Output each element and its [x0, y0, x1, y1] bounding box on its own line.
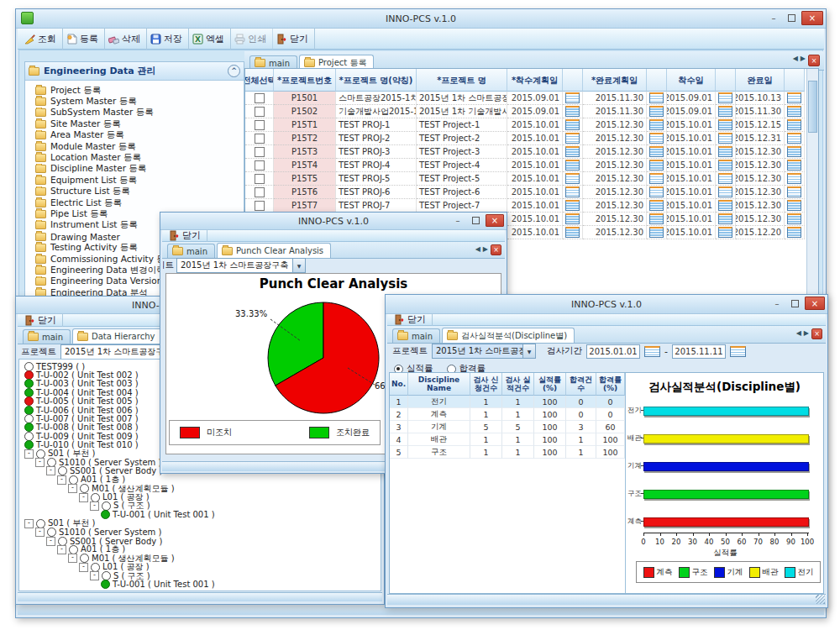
calendar-icon[interactable]	[649, 146, 664, 157]
close-view-button[interactable]: 닫기	[21, 313, 63, 327]
row-checkbox[interactable]	[255, 147, 265, 157]
calendar-icon[interactable]	[787, 160, 801, 171]
period-to-field[interactable]: 2015.11.11	[672, 344, 726, 359]
expand-icon[interactable]: -	[35, 528, 45, 537]
tab-Punch Clear Analysis[interactable]: Punch Clear Analysis	[217, 243, 331, 258]
column-header[interactable]: Discipline Name	[408, 373, 470, 396]
table-row[interactable]: P15T4TEST PROJ-4TEST Project-42015.10.01…	[245, 159, 818, 172]
calendar-icon[interactable]	[649, 200, 664, 211]
tree-item[interactable]: -S ( 구조 )	[19, 571, 381, 580]
sidebar-item[interactable]: Site Master 등록	[35, 118, 244, 129]
expand-icon[interactable]: -	[24, 519, 34, 528]
calendar-icon[interactable]	[718, 106, 732, 117]
expand-icon[interactable]: -	[90, 571, 99, 580]
column-header[interactable]: 완료일	[736, 69, 785, 92]
sidebar-item[interactable]: Electric List 등록	[35, 197, 244, 208]
tab-close-icon[interactable]: ×	[808, 55, 820, 66]
tab-close-icon[interactable]: ×	[811, 328, 822, 339]
table-row[interactable]: P15T6TEST PROJ-6TEST Project-62015.10.01…	[245, 186, 818, 199]
maximize-icon[interactable]	[787, 297, 802, 309]
sidebar-item[interactable]: Equipment List 등록	[35, 175, 244, 186]
column-header[interactable]: 전체선택	[245, 69, 274, 92]
collapse-icon[interactable]: ^	[228, 65, 240, 77]
column-header[interactable]	[563, 69, 583, 92]
calendar-icon[interactable]	[787, 146, 801, 157]
sidebar-item[interactable]: Module Master 등록	[35, 141, 244, 152]
calendar-icon[interactable]	[718, 186, 732, 197]
calendar-icon[interactable]	[718, 173, 732, 184]
sidebar-item[interactable]: Project 등록	[35, 85, 244, 96]
calendar-icon[interactable]	[787, 119, 801, 130]
calendar-icon[interactable]	[565, 106, 580, 117]
sidebar-item[interactable]: Structure List 등록	[35, 186, 244, 197]
tree-item[interactable]: T-U-001 ( Unit Test 001 )	[19, 580, 381, 589]
calendar-icon[interactable]	[718, 200, 732, 211]
column-header[interactable]: *프로젝트번호	[274, 69, 336, 92]
calendar-icon[interactable]	[644, 346, 660, 357]
calendar-icon[interactable]	[565, 227, 580, 238]
calendar-icon[interactable]	[565, 119, 580, 130]
calendar-icon[interactable]	[565, 200, 580, 211]
resize-grip-icon[interactable]	[816, 595, 825, 604]
table-row[interactable]: P15T1TEST PROJ-1TEST Project-12015.10.01…	[245, 118, 818, 132]
calendar-icon[interactable]	[787, 133, 801, 144]
calendar-icon[interactable]	[649, 106, 664, 117]
calendar-icon[interactable]	[565, 213, 580, 224]
project-combobox[interactable]: 2015년 1차 스마트공장구축 ▼	[432, 344, 536, 359]
calendar-icon[interactable]	[718, 146, 732, 157]
calendar-icon[interactable]	[649, 213, 664, 224]
calendar-icon[interactable]	[787, 186, 801, 197]
toolbar-button-저장[interactable]: 저장	[147, 28, 189, 50]
calendar-icon[interactable]	[787, 213, 801, 224]
sidebar-item[interactable]: System Master 등록	[35, 96, 244, 107]
toolbar-button-닫기[interactable]: 닫기	[273, 28, 315, 50]
calendar-icon[interactable]	[787, 200, 801, 211]
toolbar-button-삭제[interactable]: 삭제	[105, 28, 147, 50]
expand-icon[interactable]: -	[46, 537, 55, 546]
tab-prev-icon[interactable]: ◀	[475, 245, 480, 253]
tab-next-icon[interactable]: ▶	[801, 55, 806, 62]
column-header[interactable]: *프로젝트 명(약칭)	[336, 69, 417, 92]
expand-icon[interactable]: -	[68, 554, 77, 563]
tree-item[interactable]: -S ( 구조 )	[19, 501, 381, 510]
expand-icon[interactable]: -	[90, 501, 99, 511]
maximize-icon[interactable]	[468, 215, 483, 227]
analysis-titlebar[interactable]: INNO-PCS v.1.0 – ×	[386, 295, 827, 314]
punch-titlebar[interactable]: INNO-PCS v.1.0 – ×	[160, 213, 507, 230]
calendar-icon[interactable]	[649, 119, 664, 130]
tree-item[interactable]: -SS001 ( Server Body )	[19, 537, 381, 545]
table-row[interactable]: P15T5TEST PROJ-5TEST Project-52015.10.01…	[245, 172, 818, 186]
calendar-icon[interactable]	[718, 133, 732, 144]
period-from-field[interactable]: 2015.01.01	[586, 344, 640, 359]
tree-item[interactable]: -A01 ( 1층 )	[19, 475, 381, 484]
table-row[interactable]: P1501스마트공장2015-1차2015년 1차 스마트공장구축2015.09…	[245, 92, 818, 105]
column-header[interactable]: 실적률(%)	[534, 373, 566, 396]
expand-icon[interactable]: -	[57, 475, 66, 485]
calendar-icon[interactable]	[649, 92, 664, 103]
calendar-icon[interactable]	[565, 133, 580, 144]
calendar-icon[interactable]	[649, 133, 664, 144]
calendar-icon[interactable]	[718, 92, 732, 103]
expand-icon[interactable]: -	[79, 563, 88, 572]
toolbar-button-조회[interactable]: 조회	[21, 28, 63, 50]
tab-main[interactable]: main	[167, 244, 215, 258]
calendar-icon[interactable]	[718, 160, 732, 171]
column-header[interactable]	[785, 69, 805, 92]
calendar-icon[interactable]	[718, 119, 732, 130]
close-icon[interactable]: ×	[801, 11, 823, 25]
expand-icon[interactable]: -	[68, 484, 77, 493]
close-icon[interactable]: ×	[805, 297, 825, 310]
row-checkbox[interactable]	[255, 201, 265, 211]
row-checkbox[interactable]	[255, 120, 265, 130]
tab-검사실적분석(Discipline별)[interactable]: 검사실적분석(Discipline별)	[442, 328, 575, 343]
calendar-icon[interactable]	[649, 227, 664, 238]
calendar-icon[interactable]	[718, 227, 732, 238]
column-header[interactable]	[716, 69, 736, 92]
expand-icon[interactable]: -	[57, 545, 66, 554]
column-header[interactable]: *완료계획일	[583, 69, 647, 92]
table-row[interactable]: P1502기술개발사업2015-1차2015년 1차 기술개발사업2015.09…	[245, 105, 818, 118]
column-header[interactable]: 합격건수	[566, 373, 596, 396]
tree-item[interactable]: -L01 ( 공장 )	[19, 563, 381, 571]
tab-main[interactable]: main	[392, 328, 440, 343]
row-checkbox[interactable]	[255, 93, 265, 103]
